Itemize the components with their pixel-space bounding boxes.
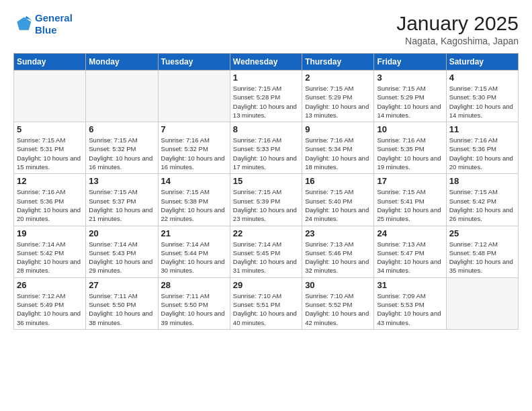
logo-line1: General xyxy=(35,12,73,24)
cell-info: Sunrise: 7:15 AMSunset: 5:39 PMDaylight:… xyxy=(233,187,299,223)
cell-info: Sunrise: 7:15 AMSunset: 5:29 PMDaylight:… xyxy=(377,84,443,120)
calendar-cell: 18Sunrise: 7:15 AMSunset: 5:42 PMDayligh… xyxy=(446,174,518,226)
day-number: 8 xyxy=(233,124,299,134)
weekday-header-monday: Monday xyxy=(86,54,158,71)
calendar-cell xyxy=(86,71,158,122)
day-number: 3 xyxy=(377,73,443,83)
day-number: 9 xyxy=(305,124,371,134)
day-number: 15 xyxy=(233,176,299,186)
header-area: General Blue January 2025 Nagata, Kagosh… xyxy=(13,12,519,46)
cell-info: Sunrise: 7:15 AMSunset: 5:42 PMDaylight:… xyxy=(449,187,515,223)
day-number: 2 xyxy=(305,73,371,83)
cell-info: Sunrise: 7:16 AMSunset: 5:36 PMDaylight:… xyxy=(449,136,515,171)
page: General Blue January 2025 Nagata, Kagosh… xyxy=(0,0,532,411)
day-number: 10 xyxy=(377,124,443,134)
cell-info: Sunrise: 7:14 AMSunset: 5:45 PMDaylight:… xyxy=(233,240,299,275)
calendar-cell: 22Sunrise: 7:14 AMSunset: 5:45 PMDayligh… xyxy=(230,226,302,277)
day-number: 1 xyxy=(233,73,299,83)
calendar-cell: 19Sunrise: 7:14 AMSunset: 5:42 PMDayligh… xyxy=(14,226,86,277)
weekday-header-tuesday: Tuesday xyxy=(158,54,230,71)
week-row-3: 12Sunrise: 7:16 AMSunset: 5:36 PMDayligh… xyxy=(14,174,519,226)
cell-info: Sunrise: 7:15 AMSunset: 5:28 PMDaylight:… xyxy=(233,84,299,120)
day-number: 7 xyxy=(161,124,227,134)
weekday-header-wednesday: Wednesday xyxy=(230,54,302,71)
calendar-cell: 16Sunrise: 7:15 AMSunset: 5:40 PMDayligh… xyxy=(302,174,374,226)
cell-info: Sunrise: 7:15 AMSunset: 5:40 PMDaylight:… xyxy=(305,187,371,223)
cell-info: Sunrise: 7:12 AMSunset: 5:49 PMDaylight:… xyxy=(17,291,83,327)
cell-info: Sunrise: 7:15 AMSunset: 5:41 PMDaylight:… xyxy=(377,187,443,223)
weekday-header-sunday: Sunday xyxy=(14,54,86,71)
calendar-cell: 10Sunrise: 7:16 AMSunset: 5:35 PMDayligh… xyxy=(374,122,446,174)
calendar-cell: 25Sunrise: 7:12 AMSunset: 5:48 PMDayligh… xyxy=(446,226,518,277)
calendar-cell: 15Sunrise: 7:15 AMSunset: 5:39 PMDayligh… xyxy=(230,174,302,226)
calendar-cell: 3Sunrise: 7:15 AMSunset: 5:29 PMDaylight… xyxy=(374,71,446,122)
cell-info: Sunrise: 7:16 AMSunset: 5:36 PMDaylight:… xyxy=(17,187,83,223)
cell-info: Sunrise: 7:14 AMSunset: 5:43 PMDaylight:… xyxy=(89,240,154,275)
calendar-cell: 17Sunrise: 7:15 AMSunset: 5:41 PMDayligh… xyxy=(374,174,446,226)
day-number: 28 xyxy=(161,280,227,290)
logo-line2: Blue xyxy=(35,24,57,36)
cell-info: Sunrise: 7:13 AMSunset: 5:46 PMDaylight:… xyxy=(305,240,371,275)
calendar-cell: 9Sunrise: 7:16 AMSunset: 5:34 PMDaylight… xyxy=(302,122,374,174)
day-number: 12 xyxy=(17,176,83,186)
week-row-1: 1Sunrise: 7:15 AMSunset: 5:28 PMDaylight… xyxy=(14,71,519,122)
day-number: 6 xyxy=(89,124,154,134)
day-number: 31 xyxy=(377,280,443,290)
logo-text: General Blue xyxy=(35,12,73,36)
calendar-cell: 5Sunrise: 7:15 AMSunset: 5:31 PMDaylight… xyxy=(14,122,86,174)
cell-info: Sunrise: 7:15 AMSunset: 5:30 PMDaylight:… xyxy=(449,84,515,120)
cell-info: Sunrise: 7:10 AMSunset: 5:52 PMDaylight:… xyxy=(305,291,371,327)
day-number: 30 xyxy=(305,280,371,290)
day-number: 29 xyxy=(233,280,299,290)
calendar-cell xyxy=(446,277,518,329)
calendar-cell: 11Sunrise: 7:16 AMSunset: 5:36 PMDayligh… xyxy=(446,122,518,174)
logo-icon xyxy=(13,15,32,34)
calendar-cell: 30Sunrise: 7:10 AMSunset: 5:52 PMDayligh… xyxy=(302,277,374,329)
month-title: January 2025 xyxy=(396,12,519,34)
day-number: 24 xyxy=(377,228,443,238)
cell-info: Sunrise: 7:15 AMSunset: 5:32 PMDaylight:… xyxy=(89,136,154,171)
calendar-cell xyxy=(158,71,230,122)
calendar-cell: 12Sunrise: 7:16 AMSunset: 5:36 PMDayligh… xyxy=(14,174,86,226)
cell-info: Sunrise: 7:15 AMSunset: 5:31 PMDaylight:… xyxy=(17,136,83,171)
calendar-cell: 2Sunrise: 7:15 AMSunset: 5:29 PMDaylight… xyxy=(302,71,374,122)
calendar-cell: 14Sunrise: 7:15 AMSunset: 5:38 PMDayligh… xyxy=(158,174,230,226)
location-title: Nagata, Kagoshima, Japan xyxy=(396,36,519,46)
calendar-cell: 7Sunrise: 7:16 AMSunset: 5:32 PMDaylight… xyxy=(158,122,230,174)
weekday-header-saturday: Saturday xyxy=(446,54,518,71)
weekday-header-thursday: Thursday xyxy=(302,54,374,71)
day-number: 25 xyxy=(449,228,515,238)
cell-info: Sunrise: 7:16 AMSunset: 5:32 PMDaylight:… xyxy=(161,136,227,171)
calendar-cell: 6Sunrise: 7:15 AMSunset: 5:32 PMDaylight… xyxy=(86,122,158,174)
cell-info: Sunrise: 7:16 AMSunset: 5:33 PMDaylight:… xyxy=(233,136,299,171)
weekday-header-row: SundayMondayTuesdayWednesdayThursdayFrid… xyxy=(14,54,519,71)
cell-info: Sunrise: 7:14 AMSunset: 5:42 PMDaylight:… xyxy=(17,240,83,275)
title-area: January 2025 Nagata, Kagoshima, Japan xyxy=(396,12,519,46)
day-number: 20 xyxy=(89,228,154,238)
calendar-cell: 26Sunrise: 7:12 AMSunset: 5:49 PMDayligh… xyxy=(14,277,86,329)
cell-info: Sunrise: 7:12 AMSunset: 5:48 PMDaylight:… xyxy=(449,240,515,275)
day-number: 13 xyxy=(89,176,154,186)
calendar-cell: 27Sunrise: 7:11 AMSunset: 5:50 PMDayligh… xyxy=(86,277,158,329)
calendar-cell: 13Sunrise: 7:15 AMSunset: 5:37 PMDayligh… xyxy=(86,174,158,226)
calendar-cell: 28Sunrise: 7:11 AMSunset: 5:50 PMDayligh… xyxy=(158,277,230,329)
cell-info: Sunrise: 7:09 AMSunset: 5:53 PMDaylight:… xyxy=(377,291,443,327)
cell-info: Sunrise: 7:13 AMSunset: 5:47 PMDaylight:… xyxy=(377,240,443,275)
cell-info: Sunrise: 7:16 AMSunset: 5:35 PMDaylight:… xyxy=(377,136,443,171)
calendar-cell: 31Sunrise: 7:09 AMSunset: 5:53 PMDayligh… xyxy=(374,277,446,329)
day-number: 14 xyxy=(161,176,227,186)
cell-info: Sunrise: 7:15 AMSunset: 5:38 PMDaylight:… xyxy=(161,187,227,223)
calendar-cell: 8Sunrise: 7:16 AMSunset: 5:33 PMDaylight… xyxy=(230,122,302,174)
cell-info: Sunrise: 7:14 AMSunset: 5:44 PMDaylight:… xyxy=(161,240,227,275)
week-row-4: 19Sunrise: 7:14 AMSunset: 5:42 PMDayligh… xyxy=(14,226,519,277)
weekday-header-friday: Friday xyxy=(374,54,446,71)
calendar-cell: 1Sunrise: 7:15 AMSunset: 5:28 PMDaylight… xyxy=(230,71,302,122)
cell-info: Sunrise: 7:10 AMSunset: 5:51 PMDaylight:… xyxy=(233,291,299,327)
logo: General Blue xyxy=(13,12,73,36)
calendar-cell: 21Sunrise: 7:14 AMSunset: 5:44 PMDayligh… xyxy=(158,226,230,277)
calendar-cell: 23Sunrise: 7:13 AMSunset: 5:46 PMDayligh… xyxy=(302,226,374,277)
day-number: 18 xyxy=(449,176,515,186)
day-number: 26 xyxy=(17,280,83,290)
day-number: 21 xyxy=(161,228,227,238)
cell-info: Sunrise: 7:15 AMSunset: 5:29 PMDaylight:… xyxy=(305,84,371,120)
